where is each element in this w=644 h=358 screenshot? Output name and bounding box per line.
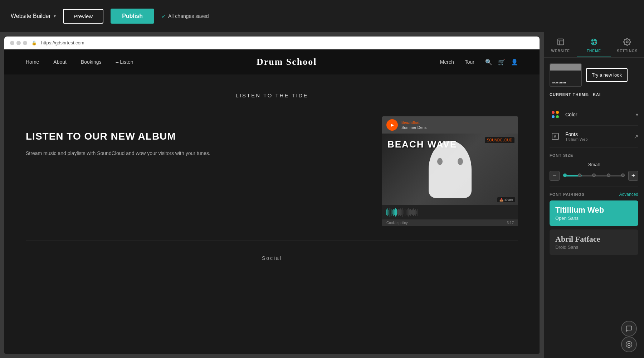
- font-card-titillium[interactable]: Titillium Web Open Sans: [550, 200, 638, 226]
- font-size-label: FONT SIZE: [550, 153, 638, 158]
- site-nav-right: Merch Tour 🔍 🛒 👤: [440, 59, 518, 66]
- current-theme-name: KAI: [593, 92, 601, 97]
- saved-label: All changes saved: [168, 13, 209, 19]
- cart-icon[interactable]: 🛒: [498, 59, 505, 66]
- player-top-bar: ▶ BeachBlast Summer Dens: [382, 116, 518, 134]
- album-desc: Stream music and playlists with SoundClo…: [26, 149, 361, 157]
- color-expand-icon: ▾: [636, 112, 638, 117]
- artist-name: BeachBlast: [401, 121, 426, 125]
- wbar: [411, 210, 412, 215]
- publish-button[interactable]: Publish: [111, 9, 154, 24]
- track-name: Summer Dens: [401, 125, 426, 130]
- svg-point-9: [552, 111, 555, 114]
- slider-dot-4: [607, 174, 610, 177]
- site-title: Drum School: [257, 57, 317, 67]
- settings-tab-label: SETTINGS: [617, 49, 638, 53]
- panel-content: Drum School Try a new look CURRENT THEME…: [544, 58, 644, 358]
- color-section-row[interactable]: Color ▾: [550, 104, 638, 126]
- theme-preview-block: Drum School Try a new look: [550, 63, 638, 87]
- wbar: [404, 210, 404, 214]
- wbar: [393, 209, 394, 216]
- wbar: [418, 209, 418, 216]
- font-card-abril-primary: Abril Fatface: [555, 234, 633, 244]
- font-pairings-advanced[interactable]: Advanced: [619, 192, 638, 197]
- svg-point-12: [556, 115, 559, 118]
- wbar: [387, 208, 388, 216]
- preview-button[interactable]: Preview: [63, 9, 103, 24]
- toolbar: Website Builder ▾ Preview Publish ✓ All …: [0, 0, 644, 32]
- fonts-icon: A: [550, 131, 561, 142]
- svg-point-4: [592, 40, 593, 42]
- site-nav: Home About Bookings – Listen Drum School…: [4, 49, 540, 74]
- player-image: BEACH WAVE SOUNDCLOUD 📤 Share: [382, 134, 518, 205]
- wbar: [412, 209, 413, 216]
- settings-tab-icon: [623, 38, 631, 48]
- section-title: LISTEN TO THE TIDE: [26, 92, 518, 98]
- nav-link-merch[interactable]: Merch: [440, 59, 454, 65]
- wbar: [416, 211, 417, 214]
- lock-icon: 🔒: [31, 40, 37, 45]
- tab-website[interactable]: WEBSITE: [544, 32, 577, 57]
- font-card-titillium-primary: Titillium Web: [555, 205, 633, 215]
- wbar: [398, 209, 399, 216]
- slider-dot-3: [592, 174, 596, 177]
- website-tab-label: WEBSITE: [551, 49, 570, 53]
- svg-point-7: [592, 43, 594, 44]
- nav-link-tour[interactable]: Tour: [465, 59, 474, 65]
- svg-point-10: [556, 111, 559, 114]
- browser-dots: [10, 41, 27, 45]
- wbar: [401, 209, 402, 216]
- site-nav-icons: 🔍 🛒 👤: [485, 59, 518, 66]
- slider-dot-5: [621, 174, 625, 177]
- check-icon: ✓: [161, 13, 166, 20]
- social-label: Social: [262, 255, 282, 261]
- nav-link-bookings[interactable]: Bookings: [81, 59, 102, 65]
- slider-track[interactable]: [563, 175, 625, 176]
- fonts-row-text: Fonts Titillium Web: [565, 131, 587, 141]
- dot-green: [23, 41, 27, 45]
- track-duration: 3:17: [507, 221, 514, 225]
- chat-bubble-1[interactable]: [621, 321, 637, 337]
- color-icon: [550, 109, 561, 120]
- cookie-policy[interactable]: Cookie policy: [386, 221, 408, 225]
- right-panel: WEBSITE THEME SETTINGS: [544, 32, 644, 358]
- wbar: [406, 210, 406, 215]
- slider-dot-2: [578, 174, 581, 177]
- tab-settings[interactable]: SETTINGS: [611, 32, 644, 57]
- slider-dots: [563, 175, 625, 177]
- font-pairings-header: FONT PAIRINGS Advanced: [550, 187, 638, 200]
- current-theme-label: CURRENT THEME: KAI: [550, 92, 638, 97]
- try-new-look-button[interactable]: Try a new look: [586, 68, 628, 82]
- font-decrease-button[interactable]: −: [550, 171, 560, 181]
- brand[interactable]: Website Builder ▾: [11, 13, 56, 19]
- play-button[interactable]: ▶: [386, 119, 398, 131]
- fonts-sub: Titillium Web: [565, 137, 587, 141]
- fonts-section-row[interactable]: A Fonts Titillium Web ↗: [550, 126, 638, 147]
- wbar: [397, 210, 398, 215]
- wbar: [391, 209, 391, 216]
- wbar: [407, 209, 408, 216]
- theme-tab-icon: [590, 38, 598, 48]
- dot-yellow: [16, 41, 21, 45]
- search-icon[interactable]: 🔍: [485, 59, 492, 66]
- font-card-abril-secondary: Droid Sans: [555, 245, 633, 250]
- svg-point-15: [626, 342, 632, 348]
- wbar: [414, 210, 415, 215]
- nav-link-listen[interactable]: – Listen: [116, 59, 133, 65]
- font-size-value: Small: [550, 162, 638, 167]
- wbar: [394, 209, 395, 215]
- nav-link-about[interactable]: About: [53, 59, 67, 65]
- nav-link-home[interactable]: Home: [26, 59, 39, 65]
- tab-theme[interactable]: THEME: [577, 32, 610, 57]
- theme-tab-label: THEME: [587, 49, 601, 53]
- font-card-abril[interactable]: Abril Fatface Droid Sans: [550, 229, 638, 255]
- thumb-text: Drum School: [552, 82, 566, 84]
- site-content-grid: LISTEN TO OUR NEW ALBUM Stream music and…: [26, 116, 518, 226]
- player-waveform: [382, 205, 518, 219]
- track-info: BeachBlast Summer Dens: [401, 121, 426, 130]
- user-icon[interactable]: 👤: [511, 59, 518, 66]
- font-increase-button[interactable]: +: [628, 171, 638, 181]
- chat-bubble-2[interactable]: [621, 337, 637, 352]
- fonts-expand-icon: ↗: [634, 133, 638, 140]
- share-button[interactable]: 📤 Share: [497, 197, 515, 202]
